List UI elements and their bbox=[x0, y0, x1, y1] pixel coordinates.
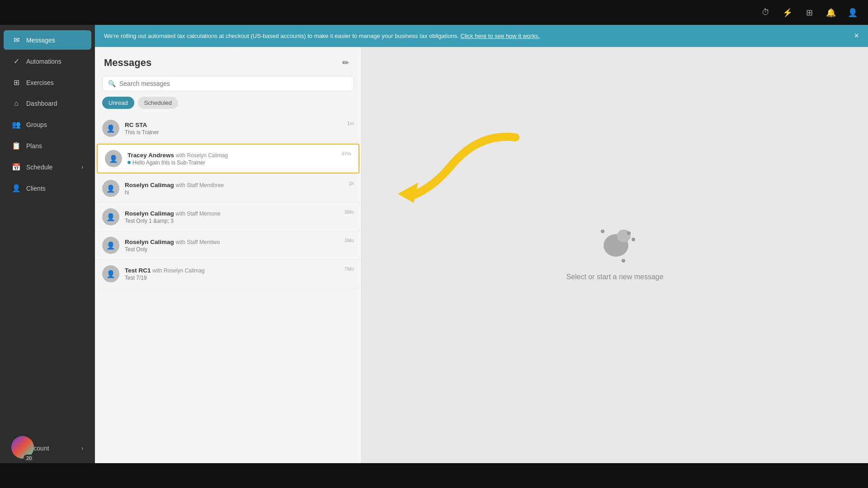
bell-icon[interactable]: 🔔 bbox=[825, 6, 837, 19]
banner-close-button[interactable]: × bbox=[854, 31, 859, 41]
message-item-1[interactable]: 👤 Tracey Andrews with Roselyn Calimag He… bbox=[97, 144, 359, 174]
sidebar-item-dashboard[interactable]: ⌂ Dashboard bbox=[4, 94, 91, 113]
banner-text: We're rolling out automated tax calculat… bbox=[104, 33, 540, 39]
avatar-badge: 20 bbox=[24, 455, 34, 462]
compose-button[interactable]: ✏ bbox=[339, 56, 352, 70]
avatar-1: 👤 bbox=[105, 150, 122, 167]
message-preview-0: This is Trainer bbox=[125, 129, 342, 136]
empty-state-text: Select or start a new message bbox=[566, 273, 663, 281]
schedule-icon: 📅 bbox=[12, 163, 21, 171]
sidebar-label-automations: Automations bbox=[26, 58, 61, 65]
sidebar-label-plans: Plans bbox=[26, 142, 42, 150]
message-list: 👤 RC STA This is Trainer 1m bbox=[95, 114, 361, 463]
dashboard-icon: ⌂ bbox=[12, 99, 21, 108]
message-from-0: RC STA bbox=[125, 122, 342, 128]
sidebar-label-clients: Clients bbox=[26, 185, 46, 192]
message-from-5: Test RC1 with Roselyn Calimag bbox=[125, 267, 339, 274]
sidebar-label-dashboard: Dashboard bbox=[26, 100, 57, 107]
message-item-5[interactable]: 👤 Test RC1 with Roselyn Calimag Test 7/1… bbox=[95, 260, 361, 288]
sidebar-label-exercises: Exercises bbox=[26, 79, 54, 86]
grid-icon[interactable]: ⊞ bbox=[803, 6, 816, 19]
message-time-4: 3Mo bbox=[344, 238, 354, 243]
message-preview-2: hi bbox=[125, 189, 343, 196]
sidebar: ✉ Messages ✓ Automations ⊞ Exercises ⌂ D… bbox=[0, 25, 95, 463]
message-preview-1: Hello Again this is Sub-Trainer bbox=[127, 160, 336, 166]
tab-scheduled[interactable]: Scheduled bbox=[138, 97, 178, 109]
content-area: Messages ✏ 🔍 Unread Scheduled 👤 bbox=[95, 47, 868, 463]
messages-panel: Messages ✏ 🔍 Unread Scheduled 👤 bbox=[95, 47, 362, 463]
avatar-0: 👤 bbox=[102, 120, 119, 137]
avatar-5: 👤 bbox=[102, 265, 119, 282]
sidebar-item-automations[interactable]: ✓ Automations bbox=[4, 52, 91, 71]
dot-icon-1 bbox=[627, 231, 631, 235]
clients-icon: 👤 bbox=[12, 184, 21, 192]
message-time-5: 7Mo bbox=[344, 266, 354, 272]
sidebar-label-groups: Groups bbox=[26, 121, 47, 128]
avatar-4: 👤 bbox=[102, 237, 119, 254]
automations-icon: ✓ bbox=[12, 57, 21, 66]
clock-icon[interactable]: ⏱ bbox=[760, 6, 772, 19]
message-from-2: Roselyn Calimag with Staff Memthree bbox=[125, 182, 343, 188]
message-from-4: Roselyn Calimag with Staff Memtwo bbox=[125, 239, 339, 245]
dot-icon-4 bbox=[622, 259, 625, 263]
message-time-3: 3Mo bbox=[344, 209, 354, 215]
plans-icon: 📋 bbox=[12, 141, 21, 150]
message-body-2: Roselyn Calimag with Staff Memthree hi bbox=[125, 182, 343, 196]
arrow-annotation bbox=[398, 128, 524, 211]
message-preview-5: Test 7/19 bbox=[125, 275, 339, 281]
main-layout: ✉ Messages ✓ Automations ⊞ Exercises ⌂ D… bbox=[0, 25, 868, 463]
avatar-3: 👤 bbox=[102, 208, 119, 225]
right-area: Select or start a new message bbox=[362, 47, 868, 463]
exercises-icon: ⊞ bbox=[12, 78, 21, 87]
messages-icon: ✉ bbox=[12, 36, 21, 44]
top-bar: ⏱ ⚡ ⊞ 🔔 👤 bbox=[0, 0, 868, 25]
message-item-2[interactable]: 👤 Roselyn Calimag with Staff Memthree hi… bbox=[95, 174, 361, 203]
sidebar-item-groups[interactable]: 👥 Groups bbox=[4, 115, 91, 134]
sidebar-item-plans[interactable]: 📋 Plans bbox=[4, 136, 91, 155]
message-time-1: 37m bbox=[342, 151, 351, 156]
message-preview-4: Test Only bbox=[125, 246, 339, 253]
chat-icon-group bbox=[594, 230, 635, 266]
user-icon[interactable]: 👤 bbox=[846, 6, 859, 19]
search-input[interactable] bbox=[119, 80, 348, 87]
message-from-1: Tracey Andrews with Roselyn Calimag bbox=[127, 152, 336, 159]
message-body-3: Roselyn Calimag with Staff Memone Test O… bbox=[125, 210, 339, 224]
sidebar-item-exercises[interactable]: ⊞ Exercises bbox=[4, 73, 91, 92]
sidebar-item-clients[interactable]: 👤 Clients bbox=[4, 178, 91, 198]
sidebar-item-messages[interactable]: ✉ Messages bbox=[4, 30, 91, 50]
empty-state: Select or start a new message bbox=[566, 230, 663, 281]
message-item-3[interactable]: 👤 Roselyn Calimag with Staff Memone Test… bbox=[95, 203, 361, 231]
message-body-5: Test RC1 with Roselyn Calimag Test 7/19 bbox=[125, 267, 339, 281]
sidebar-item-schedule[interactable]: 📅 Schedule › bbox=[4, 157, 91, 177]
sidebar-label-schedule: Schedule bbox=[26, 164, 52, 171]
lightning-icon[interactable]: ⚡ bbox=[781, 6, 794, 19]
bottom-bar bbox=[0, 463, 868, 488]
schedule-chevron-icon: › bbox=[81, 164, 83, 170]
search-bar[interactable]: 🔍 bbox=[102, 76, 354, 91]
dot-icon-2 bbox=[632, 238, 635, 241]
dot-icon-3 bbox=[601, 230, 604, 233]
search-icon: 🔍 bbox=[108, 80, 116, 87]
message-from-3: Roselyn Calimag with Staff Memone bbox=[125, 210, 339, 217]
messages-title: Messages bbox=[104, 57, 151, 69]
groups-icon: 👥 bbox=[12, 120, 21, 129]
banner-link[interactable]: Click here to see how it works. bbox=[460, 33, 540, 39]
tabs: Unread Scheduled bbox=[95, 97, 361, 114]
notification-banner: We're rolling out automated tax calculat… bbox=[95, 25, 868, 47]
svg-marker-0 bbox=[398, 183, 418, 203]
sidebar-label-messages: Messages bbox=[26, 37, 55, 44]
message-body-1: Tracey Andrews with Roselyn Calimag Hell… bbox=[127, 152, 336, 166]
tab-unread[interactable]: Unread bbox=[102, 97, 134, 109]
online-dot-1 bbox=[127, 161, 131, 164]
message-body-0: RC STA This is Trainer bbox=[125, 122, 342, 136]
account-chevron-icon: › bbox=[81, 445, 83, 451]
message-time-2: 1h bbox=[349, 181, 354, 186]
message-body-4: Roselyn Calimag with Staff Memtwo Test O… bbox=[125, 239, 339, 253]
messages-header: Messages ✏ bbox=[95, 47, 361, 76]
message-item-0[interactable]: 👤 RC STA This is Trainer 1m bbox=[95, 114, 361, 143]
message-item-4[interactable]: 👤 Roselyn Calimag with Staff Memtwo Test… bbox=[95, 231, 361, 260]
message-preview-3: Test Only 1 &amp; 3 bbox=[125, 218, 339, 224]
avatar-2: 👤 bbox=[102, 180, 119, 197]
message-time-0: 1m bbox=[347, 121, 354, 126]
